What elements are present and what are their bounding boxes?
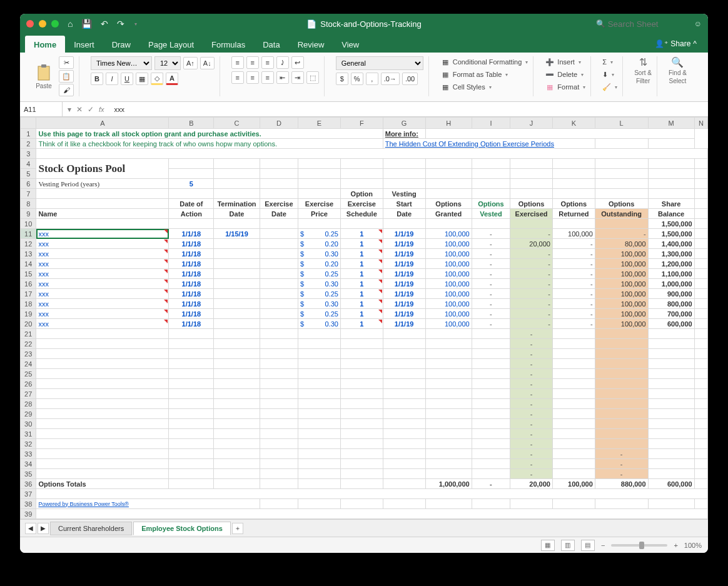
zoom-in-button[interactable]: + [674,542,677,549]
decrease-indent-button[interactable]: ⇤ [276,71,289,84]
row-header-15[interactable]: 15 [21,269,36,279]
sort-filter-button[interactable]: ⇅ Sort & Filter [634,56,652,84]
align-center-button[interactable]: ≡ [246,71,259,84]
font-color-button[interactable]: A [166,73,178,85]
name-dropdown-icon[interactable]: ▾ [68,105,71,114]
tab-data[interactable]: Data [254,36,288,53]
row-header-29[interactable]: 29 [21,409,36,419]
col-header-A[interactable]: A [36,118,169,129]
row-header-35[interactable]: 35 [21,469,36,479]
align-top-button[interactable]: ≡ [231,56,244,69]
underline-button[interactable]: U [121,73,133,85]
row-header-4[interactable]: 4 [21,159,36,169]
minimize-button[interactable] [39,20,46,28]
sheet-next-button[interactable]: ▶ [38,523,49,534]
row-header-6[interactable]: 6 [21,179,36,189]
align-right-button[interactable]: ≡ [261,71,274,84]
formula-value[interactable]: xxx [109,106,125,113]
row-header-21[interactable]: 21 [21,329,36,339]
col-header-G[interactable]: G [383,118,425,129]
clear-button[interactable]: 🧹▾ [602,81,617,93]
row-header-27[interactable]: 27 [21,389,36,399]
cell-name-20[interactable]: xxx [36,319,169,329]
row-header-34[interactable]: 34 [21,459,36,469]
cancel-formula-icon[interactable]: ✕ [76,105,83,114]
close-button[interactable] [26,20,34,28]
page-layout-view-button[interactable]: ▥ [561,540,575,551]
delete-cells-button[interactable]: ➖Delete ▾ [545,69,585,80]
row-header-8[interactable]: 8 [21,199,36,209]
collapse-ribbon-icon[interactable]: ^ [693,39,697,48]
home-icon[interactable]: ⌂ [68,19,73,29]
worksheet[interactable]: ABCDEFGHIJKLMN1Use this page to track al… [20,117,708,519]
smiley-icon[interactable]: ☺ [694,19,702,28]
maximize-button[interactable] [51,20,59,28]
row-header-23[interactable]: 23 [21,349,36,359]
name-box[interactable]: A11 [20,102,63,116]
format-as-table-button[interactable]: ▦Format as Table ▾ [440,69,528,80]
row-header-25[interactable]: 25 [21,369,36,379]
cell-name-13[interactable]: xxx [36,249,169,259]
col-header-D[interactable]: D [260,118,298,129]
merge-button[interactable]: ⬚ [306,71,319,84]
row-header-5[interactable]: 5 [21,169,36,179]
col-header-C[interactable]: C [214,118,260,129]
font-name-select[interactable]: Times New… [91,56,152,70]
add-sheet-button[interactable]: ＋ [232,523,243,534]
row-header-19[interactable]: 19 [21,309,36,319]
font-size-select[interactable]: 12 [154,56,181,70]
cell-name-19[interactable]: xxx [36,309,169,319]
search-input[interactable] [608,19,683,29]
comma-button[interactable]: , [366,73,378,85]
col-header-H[interactable]: H [425,118,472,129]
cell-name-12[interactable]: xxx [36,239,169,249]
cell-name-18[interactable]: xxx [36,299,169,309]
zoom-out-button[interactable]: − [601,542,605,549]
accept-formula-icon[interactable]: ✓ [88,105,94,114]
sheet-tab-current-shareholders[interactable]: Current Shareholders [50,522,132,535]
row-header-1[interactable]: 1 [21,129,36,139]
conditional-formatting-button[interactable]: ▦Conditional Formatting ▾ [440,56,528,68]
powered-by-link[interactable]: Powered by Business Power Tools® [36,499,260,509]
orientation-button[interactable]: ⤸ [276,56,289,69]
align-bottom-button[interactable]: ≡ [261,56,274,69]
decrease-font-button[interactable]: A↓ [200,57,215,69]
row-header-12[interactable]: 12 [21,239,36,249]
zoom-slider[interactable] [611,544,667,547]
row-header-37[interactable]: 37 [21,489,36,499]
row-header-26[interactable]: 26 [21,379,36,389]
insert-cells-button[interactable]: ➕Insert ▾ [545,56,585,68]
row-header-13[interactable]: 13 [21,249,36,259]
page-break-view-button[interactable]: ▤ [581,540,595,551]
cell-styles-button[interactable]: ▦Cell Styles ▾ [440,81,528,93]
normal-view-button[interactable]: ▦ [541,540,555,551]
row-header-16[interactable]: 16 [21,279,36,289]
cell-name-14[interactable]: xxx [36,259,169,269]
border-button[interactable]: ▦ [136,73,148,85]
tab-home[interactable]: Home [25,36,65,53]
italic-button[interactable]: I [106,73,118,85]
row-header-33[interactable]: 33 [21,449,36,459]
decrease-decimal-button[interactable]: .00 [402,73,418,85]
row-header-36[interactable]: 36 [21,479,36,489]
col-header-[interactable] [21,118,36,129]
row-header-20[interactable]: 20 [21,319,36,329]
paste-button[interactable]: Paste [31,62,56,91]
cell-name-15[interactable]: xxx [36,269,169,279]
vesting-period-value[interactable]: 5 [169,179,214,189]
row-header-28[interactable]: 28 [21,399,36,409]
row-header-9[interactable]: 9 [21,209,36,219]
cell-name-16[interactable]: xxx [36,279,169,289]
row-header-22[interactable]: 22 [21,339,36,349]
more-info-link[interactable]: The Hidden Cost Of Extending Option Exer… [383,139,595,149]
row-header-38[interactable]: 38 [21,499,36,509]
format-painter-button[interactable]: 🖌 [59,84,74,96]
cut-button[interactable]: ✂ [59,56,74,69]
row-header-30[interactable]: 30 [21,419,36,429]
wrap-text-button[interactable]: ↩ [291,56,304,69]
find-select-button[interactable]: 🔍 Find & Select [669,56,687,84]
sheet-tab-employee-stock-options[interactable]: Employee Stock Options [133,522,231,535]
cell-name-11[interactable]: xxx [36,229,169,239]
row-header-11[interactable]: 11 [21,229,36,239]
tab-view[interactable]: View [333,36,368,53]
